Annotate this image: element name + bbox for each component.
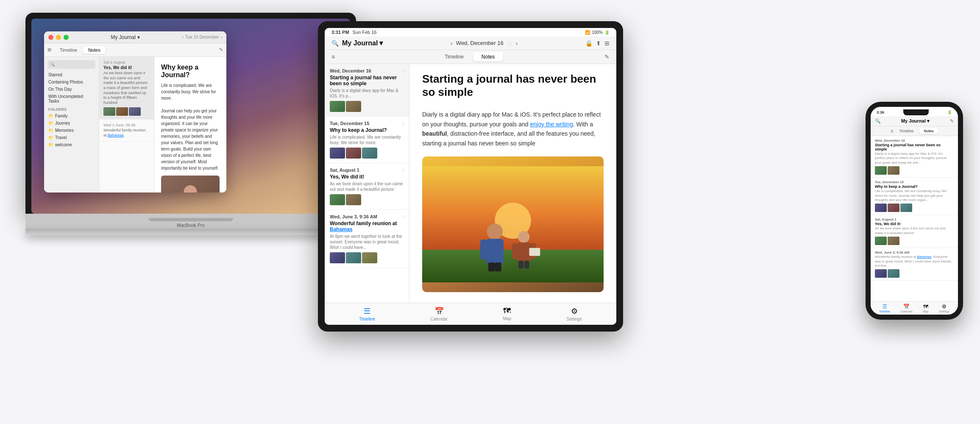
- iphone-entry-3[interactable]: Wed, June 3, 9:36 AM Wonderful family re…: [871, 248, 958, 281]
- mac-folder-travel[interactable]: 📁 Travel: [44, 134, 99, 141]
- ipad-tab-notes[interactable]: Notes: [473, 52, 503, 61]
- ipad-nav-calendar[interactable]: 📅 Calendar: [430, 307, 448, 321]
- ipad-photo-3-1: [346, 252, 361, 263]
- ipad-editor-body: Diarly is a digital diary app for Mac & …: [409, 110, 616, 148]
- iphone-tab-notes[interactable]: Notes: [919, 128, 938, 134]
- ipad-photo-0-0: [330, 101, 345, 112]
- iphone-bottom-nav: ☰ Timeline 📅 Calendar 🗺 Map ⚙ Settings: [871, 301, 958, 315]
- ipad-editor-nav-right[interactable]: ›: [516, 40, 518, 47]
- ipad-nav-map[interactable]: 🗺 Map: [503, 307, 511, 321]
- mac-filter-uncompleted[interactable]: With Uncompleted Tasks: [44, 93, 99, 105]
- mac-photo-0-0: [103, 107, 115, 116]
- mac-close-button[interactable]: [48, 35, 53, 40]
- mac-minimize-button[interactable]: [56, 35, 61, 40]
- ipad-editor-nav-left[interactable]: ‹: [451, 40, 453, 47]
- iphone-nav-timeline[interactable]: ☰ Timeline: [879, 304, 890, 313]
- ipad-entry-preview-1: Life is complicated. We are constantly b…: [330, 134, 404, 145]
- mac-entry-item-1[interactable]: Wed 3 June, 09:36 Wonderful family reuni…: [99, 120, 154, 142]
- iphone-entry-1[interactable]: Tue, December 15 Why to keep a Journal? …: [871, 178, 958, 215]
- ipad-edit-icon[interactable]: ✎: [604, 53, 610, 60]
- iphone-screen: 3:36 🔋 🔍 My Journal ▾ ✎ ≡ Timeline: [871, 107, 958, 315]
- iphone-filter-icon[interactable]: ≡: [891, 128, 893, 134]
- macbook-screen: My Journal ▾ ‹ Tue 15 December › ⊞: [31, 19, 350, 214]
- iphone-nav-settings[interactable]: ⚙ Settings: [939, 304, 949, 313]
- mac-title-center: My Journal ▾: [71, 34, 180, 40]
- mac-folder-label-welcome: welcome: [55, 142, 72, 147]
- mac-editor-image-svg: [161, 176, 220, 192]
- macbook-foot: [25, 229, 356, 235]
- iphone-search-icon[interactable]: 🔍: [875, 118, 881, 124]
- ipad-entry-2[interactable]: ☆ Sat, August 1 Yes, We did it! As we bo…: [325, 163, 409, 210]
- iphone-nav-map[interactable]: 🗺 Map: [923, 304, 929, 313]
- iphone-entry-date-3: Wed, June 3, 9:36 AM: [875, 251, 954, 254]
- mac-app-title: My Journal: [111, 34, 136, 40]
- ipad-photo-3-2: [362, 252, 377, 263]
- ipad-photo-1-1: [346, 148, 361, 159]
- ipad-entry-star-3: ☆: [401, 214, 406, 220]
- mac-filter-starred[interactable]: Starred: [44, 71, 99, 78]
- mac-edit-icon[interactable]: ✎: [219, 47, 223, 53]
- ipad-search-icon[interactable]: 🔍: [331, 40, 339, 47]
- mac-nav-left[interactable]: ‹: [182, 35, 184, 39]
- iphone-nav-map-icon: 🗺: [923, 304, 928, 310]
- ipad-entry-photos-2: [330, 194, 404, 205]
- ipad-entry-title-1: Why to keep a Journal?: [330, 127, 404, 133]
- iphone-photo-3-0: [875, 269, 887, 278]
- ipad-editor-link[interactable]: enjoy the writing: [530, 121, 573, 128]
- ipad-share-icon[interactable]: ⬆: [596, 40, 601, 47]
- svg-point-15: [518, 231, 529, 243]
- mac-maximize-button[interactable]: [64, 35, 69, 40]
- mac-entry-list: Sat 1 August Yes, We did it! As we bore …: [99, 57, 154, 192]
- ipad-entry-0[interactable]: ☆ Wed, December 16 Starting a journal ha…: [325, 64, 409, 117]
- ipad-editor-image: [422, 156, 604, 292]
- ipad-entry-1[interactable]: ☆ Tue, December 15 Why to keep a Journal…: [325, 117, 409, 163]
- svg-rect-11: [480, 240, 487, 259]
- mac-entry-item-0[interactable]: Sat 1 August Yes, We did it! As we bore …: [99, 57, 154, 120]
- iphone-entry-0[interactable]: Wed, December 16 Starting a journal has …: [871, 136, 958, 178]
- svg-rect-12: [496, 240, 504, 259]
- mac-tab-timeline[interactable]: Timeline: [55, 46, 82, 54]
- iphone-entry-preview-2: As we bore down upon it the sun came out…: [875, 226, 954, 235]
- ipad-nav-timeline[interactable]: ☰ Timeline: [359, 307, 375, 321]
- ipad-entry-3[interactable]: ☆ Wed, June 3, 9:36 AM Wonderful family …: [325, 210, 409, 268]
- svg-rect-17: [512, 243, 518, 259]
- mac-nav-right[interactable]: ›: [221, 35, 222, 39]
- ipad-nav-settings[interactable]: ⚙ Settings: [567, 307, 582, 321]
- ipad-tab-timeline[interactable]: Timeline: [436, 52, 472, 61]
- ipad-nav-calendar-icon: 📅: [434, 307, 444, 316]
- iphone-entry-2[interactable]: Sat, August 1 Yes, We did it! As we bore…: [871, 215, 958, 248]
- macbook-screen-outer: My Journal ▾ ‹ Tue 15 December › ⊞: [25, 13, 356, 214]
- mac-folder-family[interactable]: 📁 Family: [44, 112, 99, 120]
- iphone-nav-calendar-label: Calendar: [900, 310, 912, 313]
- iphone-edit-icon[interactable]: ✎: [950, 118, 954, 124]
- iphone-entry-photos-3: [875, 269, 954, 278]
- ipad-star-icon[interactable]: ☆: [507, 40, 512, 47]
- svg-rect-19: [518, 261, 523, 269]
- ipad-more-icon[interactable]: ⊞: [604, 40, 610, 47]
- svg-rect-16: [517, 243, 530, 262]
- mac-filter-onthisday[interactable]: On This Day: [44, 86, 99, 93]
- mac-search-bar[interactable]: 🔍: [47, 60, 95, 69]
- ipad-editor-paragraph: Diarly is a digital diary app for Mac & …: [422, 110, 604, 148]
- svg-point-9: [487, 223, 503, 240]
- ipad-nav-map-icon: 🗺: [503, 307, 511, 315]
- mac-folder-welcome[interactable]: 📁 welcome: [44, 141, 99, 148]
- ipad-nav-calendar-label: Calendar: [430, 317, 448, 321]
- mac-editor-p1: Life is complicated. We are constantly b…: [161, 82, 220, 101]
- iphone-nav-calendar[interactable]: 📅 Calendar: [900, 304, 912, 313]
- ipad-lock-icon[interactable]: 🔒: [585, 40, 593, 47]
- ipad-photo-1-2: [362, 148, 377, 159]
- mac-folder-memories[interactable]: 📁 Memories: [44, 127, 99, 134]
- ipad-filter-icon[interactable]: ≡: [331, 53, 335, 60]
- mac-photo-0-1: [116, 107, 128, 116]
- mac-filter-photos[interactable]: Containing Photos: [44, 78, 99, 86]
- macbook-label: MacBook Pro: [25, 221, 356, 229]
- mac-folder-journey[interactable]: 📁 Journey: [44, 120, 99, 127]
- iphone-toolbar: ≡ Timeline Notes: [871, 126, 958, 136]
- mac-tab-notes[interactable]: Notes: [83, 46, 106, 54]
- ipad-entry-title-0: Starting a journal has never been so sim…: [330, 75, 404, 86]
- ipad-battery: 100%: [592, 30, 603, 35]
- iphone-tab-timeline[interactable]: Timeline: [895, 128, 918, 134]
- mac-filter-icon[interactable]: ⊞: [47, 47, 51, 53]
- mac-photo-0-2: [129, 107, 141, 116]
